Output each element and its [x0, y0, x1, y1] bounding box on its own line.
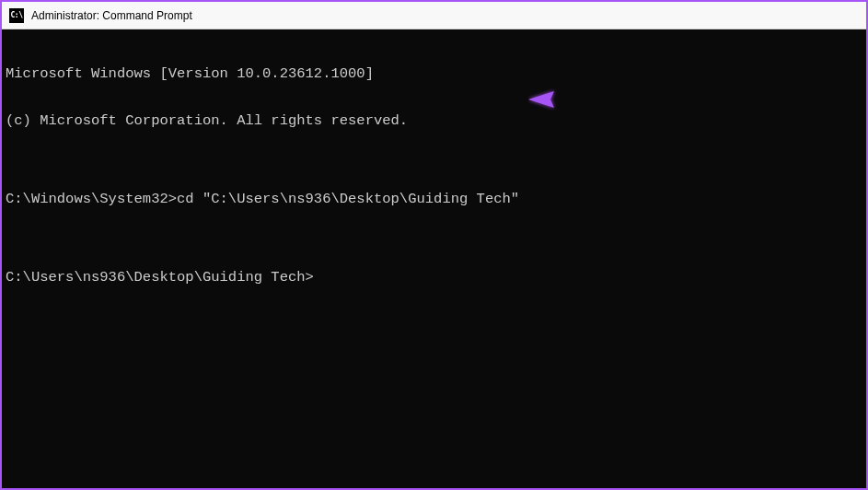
cmd-icon: C:\	[9, 8, 24, 23]
annotation-arrow-icon	[528, 88, 860, 111]
terminal-line: Microsoft Windows [Version 10.0.23612.10…	[6, 66, 862, 82]
terminal-line: (c) Microsoft Corporation. All rights re…	[6, 113, 862, 129]
window-title: Administrator: Command Prompt	[31, 9, 192, 22]
window-titlebar[interactable]: C:\ Administrator: Command Prompt	[2, 2, 866, 29]
svg-marker-1	[528, 91, 554, 108]
terminal-area[interactable]: Microsoft Windows [Version 10.0.23612.10…	[2, 29, 866, 488]
terminal-line: C:\Windows\System32>cd "C:\Users\ns936\D…	[6, 192, 862, 207]
terminal-line: C:\Users\ns936\Desktop\Guiding Tech>	[6, 270, 862, 286]
